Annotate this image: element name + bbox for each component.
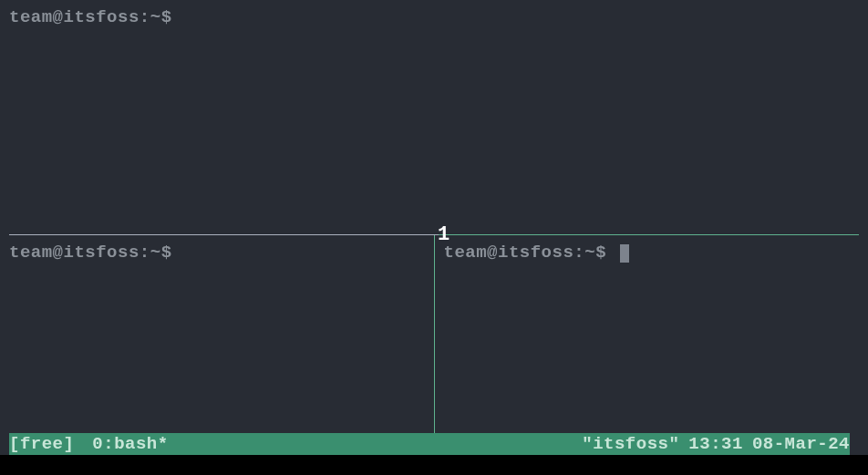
prompt-bottom-right: team@itsfoss:~$ bbox=[444, 243, 607, 263]
window-label[interactable]: 0:bash* bbox=[92, 434, 168, 454]
annotation-number: 1 bbox=[438, 223, 450, 246]
time: 13:31 bbox=[688, 434, 743, 454]
prompt-bottom-left: team@itsfoss:~$ bbox=[9, 243, 172, 263]
date: 08-Mar-24 bbox=[752, 434, 850, 454]
pane-bottom-left[interactable]: team@itsfoss:~$ bbox=[0, 235, 434, 455]
status-left: [free] 0:bash* bbox=[9, 434, 169, 454]
pane-bottom-row: team@itsfoss:~$ team@itsfoss:~$ bbox=[0, 235, 868, 455]
cursor-icon bbox=[620, 244, 629, 263]
session-name[interactable]: [free] bbox=[9, 434, 74, 454]
tmux-panes: team@itsfoss:~$ 1 team@itsfoss:~$ team@i… bbox=[0, 0, 868, 455]
prompt-top: team@itsfoss:~$ bbox=[9, 7, 172, 27]
hostname: "itsfoss" bbox=[582, 434, 679, 454]
terminal-container: team@itsfoss:~$ 1 team@itsfoss:~$ team@i… bbox=[0, 0, 868, 475]
status-right: "itsfoss" 13:31 08-Mar-24 bbox=[582, 434, 850, 454]
tmux-status-bar: [free] 0:bash* "itsfoss" 13:31 08-Mar-24 bbox=[9, 433, 850, 455]
bottom-black-area bbox=[0, 455, 868, 475]
pane-bottom-right[interactable]: team@itsfoss:~$ bbox=[435, 235, 869, 455]
pane-top[interactable]: team@itsfoss:~$ bbox=[0, 0, 868, 234]
